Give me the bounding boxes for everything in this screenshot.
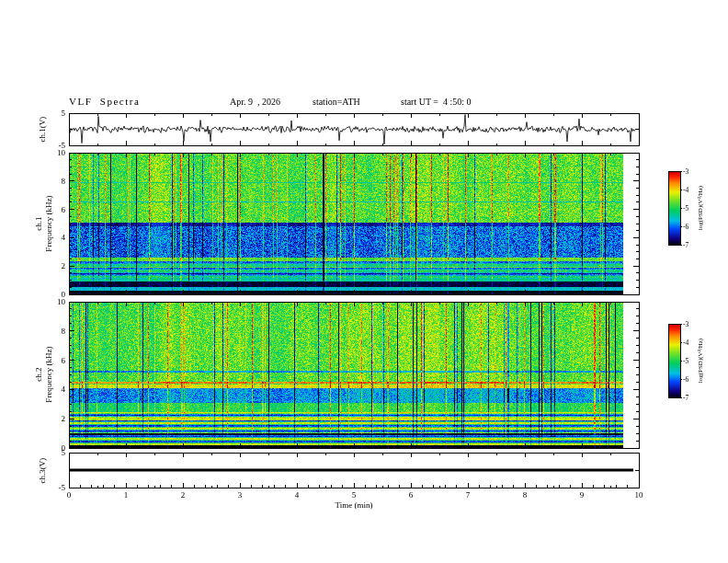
tick-label: 6 bbox=[38, 356, 65, 365]
ch1-waveform-canvas bbox=[69, 113, 636, 145]
ch2-spectrogram-canvas bbox=[69, 302, 623, 448]
tick-label: -7 bbox=[683, 241, 688, 250]
tick-label: -5 bbox=[683, 204, 688, 213]
colorbar2-canvas bbox=[668, 324, 680, 397]
tick-label: 6 bbox=[38, 205, 65, 214]
ch2-frequency-ylabel-line1: ch.2 bbox=[34, 319, 44, 430]
tick-label: 2 bbox=[181, 490, 186, 500]
tick-label: 6 bbox=[409, 490, 414, 500]
start-time-label: start UT = 4 :50: 0 bbox=[401, 97, 472, 107]
tick-label: 2 bbox=[38, 414, 65, 423]
station-label: station=ATH bbox=[313, 97, 360, 107]
tick-label: 10 bbox=[635, 490, 643, 500]
tick-label: -5 bbox=[683, 357, 688, 366]
tick-label: 7 bbox=[466, 490, 471, 500]
tick-label: 8 bbox=[38, 327, 65, 336]
x-axis-title: Time (min) bbox=[336, 500, 373, 510]
tick-label: -3 bbox=[683, 167, 688, 177]
tick-label: -6 bbox=[683, 223, 688, 232]
tick-label: 5 bbox=[38, 109, 65, 118]
tick-label: 9 bbox=[580, 490, 585, 500]
tick-label: 1 bbox=[124, 490, 129, 500]
tick-label: -5 bbox=[38, 483, 65, 492]
tick-label: 4 bbox=[295, 490, 300, 500]
tick-label: 5 bbox=[352, 490, 357, 500]
tick-label: 8 bbox=[38, 177, 65, 186]
colorbar2-label: log(PSD)(V²/Hz) bbox=[697, 324, 704, 397]
tick-label: 3 bbox=[238, 490, 243, 500]
tick-label: 10 bbox=[38, 297, 65, 306]
tick-label: -3 bbox=[683, 320, 688, 329]
date-label: Apr. 9 , 2026 bbox=[230, 97, 280, 107]
tick-label: 8 bbox=[523, 490, 528, 500]
tick-label: -5 bbox=[38, 141, 65, 150]
tick-label: 5 bbox=[38, 448, 65, 457]
tick-label: 4 bbox=[38, 385, 65, 394]
ch3-waveform-canvas bbox=[69, 453, 633, 488]
tick-label: 4 bbox=[38, 233, 65, 242]
ch1-spectrogram-canvas bbox=[69, 153, 623, 294]
colorbar1-label: log(PSD)(V²/Hz) bbox=[697, 171, 704, 245]
vlf-spectra-figure: VLF Spectra Apr. 9 , 2026 station=ATH st… bbox=[0, 0, 728, 563]
tick-label: 0 bbox=[67, 490, 72, 500]
tick-label: -7 bbox=[683, 394, 688, 403]
colorbar1-canvas bbox=[668, 171, 680, 245]
ch2-frequency-ylabel: ch.2 Frequency (kHz) bbox=[34, 319, 54, 430]
tick-label: -6 bbox=[683, 375, 688, 385]
tick-label: -4 bbox=[683, 339, 688, 348]
figure-title: VLF Spectra bbox=[69, 96, 140, 107]
tick-label: 2 bbox=[38, 261, 65, 270]
tick-label: -4 bbox=[683, 186, 688, 195]
ch2-frequency-ylabel-line2: Frequency (kHz) bbox=[44, 319, 54, 430]
